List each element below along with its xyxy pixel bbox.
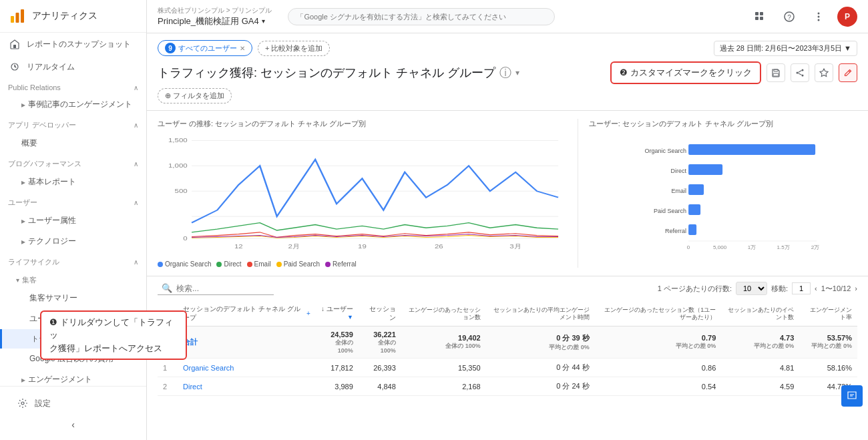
goto-input[interactable] — [792, 282, 811, 294]
more-icon[interactable] — [808, 6, 829, 27]
col-sessions-per-user[interactable]: エンゲージのあったセッション数（1ユーザーあたり） — [595, 300, 721, 326]
svg-rect-39 — [688, 184, 704, 195]
sidebar-item-realtime[interactable]: リアルタイム — [0, 55, 146, 78]
insights-btn[interactable] — [815, 63, 833, 82]
col-eng-rate-label: エンゲージメント率 — [805, 306, 852, 322]
topbar-brand: 株式会社プリンシプル > プリンシプル Principle_機能検証用 GA4 … — [158, 6, 272, 27]
row-avg-eng: 0 分 24 秒 — [486, 377, 595, 396]
search-input[interactable] — [288, 8, 555, 25]
svg-rect-41 — [688, 204, 700, 215]
row-sess-per-user: 0.54 — [595, 377, 721, 396]
sidebar-section-users[interactable]: ユーザー ∧ — [0, 192, 146, 210]
svg-point-13 — [818, 15, 820, 17]
section-label: 集客 — [22, 275, 37, 285]
pagination-info-text: 1〜10/12 — [821, 284, 851, 294]
svg-text:19: 19 — [358, 243, 367, 249]
account-selector[interactable]: Principle_機能検証用 GA4 ▾ — [158, 15, 272, 27]
row-engaged: 15,350 — [401, 359, 486, 377]
legend-paid: Paid Search — [276, 260, 320, 268]
col-events-per-session[interactable]: セッションあたりのイベント数 — [721, 300, 799, 326]
rows-per-page-select[interactable]: 102550 — [736, 282, 767, 295]
section-label: ブログパフォーマンス — [8, 159, 81, 169]
sidebar-section-public-relations[interactable]: Public Relations ∧ — [0, 78, 146, 94]
col-users[interactable]: ↓ ユーザー ▼ — [316, 300, 359, 326]
pagination-next[interactable]: › — [855, 284, 857, 292]
svg-text:2万: 2万 — [811, 244, 819, 250]
row-channel[interactable]: Organic Search — [178, 359, 316, 377]
report-title: トラフィック獲得: セッションのデフォルト チャネル グループ ⓘ ▾ — [158, 65, 519, 81]
table-search: 🔍 — [158, 282, 274, 295]
sidebar-section-lifecycle[interactable]: ライフサイクル ∧ — [0, 252, 146, 270]
col-channel[interactable]: セッションのデフォルト チャネル グループ + — [178, 300, 316, 326]
dropdown-icon[interactable]: ▾ — [515, 68, 519, 77]
sidebar-item-settings[interactable]: 設定 — [8, 392, 138, 415]
sidebar-section-acquisition[interactable]: ▾ 集客 — [0, 270, 146, 288]
sidebar-item-user-attr[interactable]: ▸ ユーザー属性 — [0, 210, 146, 231]
svg-rect-15 — [774, 69, 778, 71]
sidebar-item-case-engagement[interactable]: ▸ 事例記事のエンゲージメント — [0, 94, 146, 115]
svg-rect-1 — [16, 13, 19, 23]
add-filter-label: フィルタを追加 — [173, 91, 224, 101]
sidebar-item-acquisition-summary[interactable]: 集客サマリー — [0, 288, 146, 308]
row-eng-rate: 58.16% — [799, 359, 857, 377]
sidebar-item-label: 概要 — [21, 138, 37, 149]
svg-text:2月: 2月 — [288, 243, 300, 249]
sidebar-item-basic-report[interactable]: ▸ 基本レポート — [0, 172, 146, 192]
table-toolbar: 🔍 1 ページあたりの行数: 102550 移動: ‹ 1〜10/12 › — [158, 276, 857, 300]
add-comparison-btn[interactable]: + 比較対象を追加 — [258, 41, 330, 56]
sidebar-section-blog[interactable]: ブログパフォーマンス ∧ — [0, 154, 146, 172]
svg-text:26: 26 — [435, 243, 443, 249]
apps-icon[interactable] — [749, 6, 771, 27]
table-search-input[interactable] — [176, 284, 270, 293]
svg-text:Referral: Referral — [665, 228, 686, 234]
row-engaged: 2,168 — [401, 377, 486, 396]
plus-col-icon[interactable]: + — [306, 309, 310, 318]
topbar-search-container — [288, 8, 555, 25]
feedback-btn[interactable] — [841, 385, 863, 407]
svg-text:5,000: 5,000 — [713, 244, 727, 250]
report-content: 9 すべてのユーザー ✕ + 比較対象を追加 過去 28 日間: 2月6日〜20… — [147, 33, 868, 440]
info-icon[interactable]: ⓘ — [499, 65, 511, 81]
add-filter-btn[interactable]: ⊕ フィルタを追加 — [158, 88, 232, 103]
share-btn[interactable] — [791, 63, 809, 82]
title-actions: ❷ カスタマイズマークをクリック — [610, 61, 857, 84]
svg-text:1,000: 1,000 — [168, 163, 188, 169]
svg-rect-16 — [773, 73, 779, 76]
sidebar-collapse-btn[interactable]: ‹ — [8, 415, 138, 435]
chevron-up-icon: ∧ — [134, 160, 138, 168]
all-users-filter[interactable]: 9 すべてのユーザー ✕ — [158, 40, 252, 56]
total-channel: 合計 — [178, 326, 316, 359]
col-sessions[interactable]: セッション — [359, 300, 401, 326]
close-icon: ✕ — [240, 45, 245, 52]
app-title: アナリティクス — [32, 10, 97, 22]
sidebar-item-app-overview[interactable]: 概要 — [0, 133, 146, 154]
help-icon[interactable]: ? — [779, 6, 800, 27]
search-icon: 🔍 — [162, 283, 172, 293]
arrow-right-icon: ▸ — [21, 178, 25, 187]
col-engagement-rate[interactable]: エンゲージメント率 — [799, 300, 857, 326]
col-avg-engagement-label: セッションあたりの平均エンゲージメント時間 — [491, 306, 590, 322]
sidebar-item-technology[interactable]: ▸ テクノロジー — [0, 231, 146, 252]
edit-btn[interactable] — [839, 63, 857, 82]
main-content: 株式会社プリンシプル > プリンシプル Principle_機能検証用 GA4 … — [147, 0, 868, 440]
save-report-btn[interactable] — [767, 63, 785, 82]
chevron-up-icon: ∧ — [134, 122, 138, 129]
sidebar-item-label: テクノロジー — [28, 236, 76, 247]
total-engaged-pct: 全体の 100% — [407, 342, 481, 351]
sidebar-item-engagement[interactable]: ▸ エンゲージメント — [0, 369, 146, 386]
report-header: 9 すべてのユーザー ✕ + 比較対象を追加 過去 28 日間: 2月6日〜20… — [147, 33, 868, 111]
col-engaged[interactable]: エンゲージのあったセッション数 — [401, 300, 486, 326]
total-sessions-pct: 全体の 100% — [364, 339, 396, 354]
dropdown-icon: ▾ — [262, 17, 265, 25]
sidebar-section-app-dev[interactable]: アプリ デベロッパー ∧ — [0, 115, 146, 133]
date-range-picker[interactable]: 過去 28 日間: 2月6日〜2023年3月5日 ▼ — [714, 41, 857, 56]
avatar[interactable]: P — [837, 7, 857, 27]
svg-text:Email: Email — [671, 188, 686, 194]
row-channel[interactable]: Direct — [178, 377, 316, 396]
col-avg-engagement[interactable]: セッションあたりの平均エンゲージメント時間 — [486, 300, 595, 326]
svg-text:Direct: Direct — [670, 168, 686, 174]
arrow-right-icon: ▸ — [21, 237, 25, 246]
row-evt-per-sess: 4.59 — [721, 377, 799, 396]
add-comparison-label: 比較対象を追加 — [271, 43, 322, 53]
sidebar-item-snapshot[interactable]: レポートのスナップショット — [0, 33, 146, 55]
